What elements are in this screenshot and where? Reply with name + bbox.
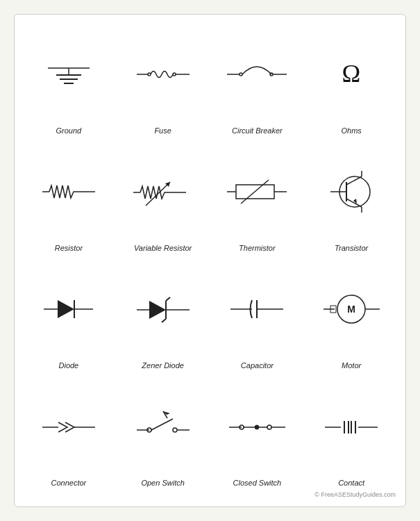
cell-thermistor: Thermistor [210, 139, 305, 256]
label-closed-switch: Closed Switch [233, 479, 282, 487]
cell-zener-diode: Zener Diode [116, 256, 210, 374]
svg-text:M: M [347, 304, 355, 315]
label-motor: Motor [342, 361, 361, 370]
label-resistor: Resistor [55, 244, 83, 252]
cell-transistor: Transistor [304, 139, 398, 256]
svg-line-57 [151, 419, 173, 430]
symbol-contact [324, 378, 379, 476]
svg-line-41 [166, 297, 170, 301]
label-capacitor: Capacitor [241, 361, 274, 370]
svg-point-64 [267, 425, 271, 429]
label-zener-diode: Zener Diode [142, 361, 184, 370]
svg-point-56 [173, 428, 177, 432]
symbol-transistor [327, 143, 376, 241]
cell-variable-resistor: Variable Resistor [116, 139, 210, 256]
symbol-fuse [135, 26, 191, 124]
cell-diode: Diode [22, 256, 116, 374]
cell-closed-switch: Closed Switch [210, 374, 305, 491]
svg-line-23 [241, 180, 269, 204]
card: Ground Fuse [14, 14, 406, 507]
label-ohms: Ohms [341, 126, 361, 135]
label-ground: Ground [56, 126, 82, 135]
footer-text: © FreeASEStudyGuides.com [314, 491, 396, 498]
svg-line-42 [162, 319, 166, 322]
symbol-thermistor [226, 143, 288, 241]
symbol-ohms: Ω [330, 26, 372, 124]
symbol-resistor [41, 143, 96, 241]
label-transistor: Transistor [335, 244, 368, 252]
symbol-zener-diode [135, 260, 191, 358]
symbol-variable-resistor [132, 143, 194, 241]
label-open-switch: Open Switch [141, 479, 184, 487]
cell-contact: Contact [304, 374, 398, 491]
symbol-motor: M [322, 260, 381, 358]
label-fuse: Fuse [154, 126, 171, 135]
svg-point-6 [148, 73, 151, 76]
symbol-diode [42, 260, 94, 358]
svg-text:Ω: Ω [342, 60, 361, 88]
cell-resistor: Resistor [22, 139, 116, 256]
label-circuit-breaker: Circuit Breaker [232, 126, 283, 135]
label-variable-resistor: Variable Resistor [134, 244, 192, 252]
symbol-open-switch [135, 378, 191, 476]
symbol-closed-switch [228, 378, 287, 476]
cell-connector: Connector [22, 374, 116, 491]
svg-marker-39 [149, 301, 166, 319]
cell-open-switch: Open Switch [116, 374, 210, 491]
symbol-connector [41, 378, 96, 476]
svg-point-7 [173, 73, 176, 76]
symbols-grid: Ground Fuse [22, 22, 398, 491]
svg-point-10 [240, 73, 242, 76]
symbol-circuit-breaker [226, 26, 288, 124]
cell-motor: M Motor [304, 256, 398, 374]
cell-ground: Ground [22, 22, 116, 139]
footer: © FreeASEStudyGuides.com [22, 491, 398, 499]
label-connector: Connector [51, 479, 86, 487]
cell-capacitor: Capacitor [210, 256, 305, 374]
svg-marker-33 [58, 300, 74, 318]
label-diode: Diode [59, 361, 79, 370]
cell-ohms: Ω Ohms [304, 22, 398, 139]
cell-fuse: Fuse [116, 22, 210, 139]
symbol-ground [44, 26, 93, 124]
symbol-capacitor [229, 260, 285, 358]
label-contact: Contact [338, 479, 364, 487]
cell-circuit-breaker: Circuit Breaker [210, 22, 305, 139]
label-thermistor: Thermistor [239, 244, 276, 252]
